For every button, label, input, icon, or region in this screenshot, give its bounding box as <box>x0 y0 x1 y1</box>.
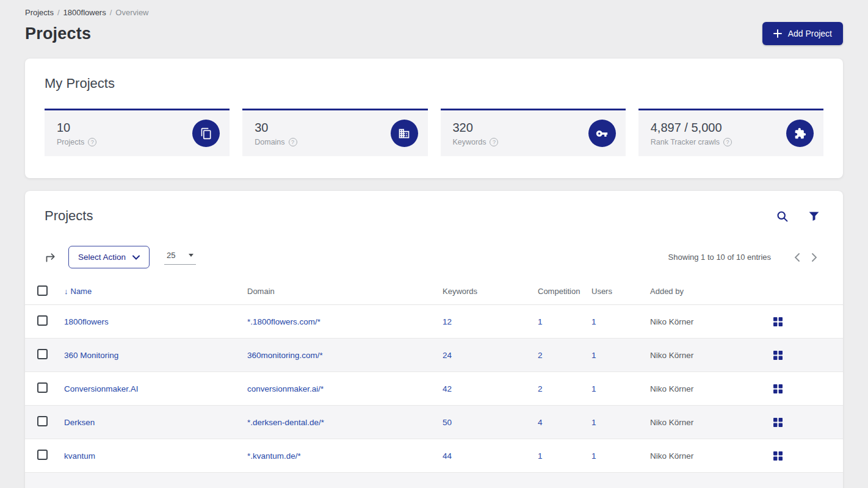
add-project-label: Add Project <box>788 29 832 38</box>
apps-grid-icon[interactable] <box>772 315 784 328</box>
project-name-link[interactable]: 360 Monitoring <box>64 351 247 360</box>
column-header-name[interactable]: Name <box>64 287 247 296</box>
project-name-link[interactable]: Conversionmaker.AI <box>64 384 247 393</box>
row-checkbox[interactable] <box>37 315 48 326</box>
stat-value: 4,897 / 5,000 <box>651 121 732 135</box>
column-header-domain[interactable]: Domain <box>247 287 443 296</box>
added-by: Niko Körner <box>650 418 772 427</box>
export-icon[interactable] <box>45 251 57 264</box>
users-count: 1 <box>591 351 650 360</box>
row-checkbox[interactable] <box>37 349 48 359</box>
page-title: Projects <box>25 24 91 43</box>
table-toolbar: Select Action 25 Showing 1 to 10 of 10 e… <box>25 246 843 268</box>
users-count: 1 <box>591 418 650 427</box>
page-header: Projects Add Project <box>25 22 843 45</box>
keywords-count: 24 <box>443 351 538 360</box>
table-row: Derksen *.derksen-dental.de/* 50 4 1 Nik… <box>25 406 843 439</box>
row-checkbox[interactable] <box>37 382 48 393</box>
competition-count: 1 <box>538 451 591 461</box>
column-header-users[interactable]: Users <box>591 287 650 296</box>
competition-count: 4 <box>538 418 591 427</box>
help-icon[interactable] <box>289 138 297 146</box>
table-row: 1800flowers *.1800flowers.com/* 12 1 1 N… <box>25 305 843 339</box>
breadcrumb: Projects / 1800flowers / Overview <box>25 8 843 17</box>
project-domain-link[interactable]: *.derksen-dental.de/* <box>247 418 443 427</box>
page-size-select[interactable]: 25 <box>164 249 196 265</box>
added-by: Niko Körner <box>650 384 772 393</box>
breadcrumb-projects[interactable]: Projects <box>25 8 54 17</box>
puzzle-icon <box>786 120 814 147</box>
project-domain-link[interactable]: *.kvantum.de/* <box>247 451 443 461</box>
my-projects-title: My Projects <box>45 76 823 92</box>
table-row: kvantum *.kvantum.de/* 44 1 1 Niko Körne… <box>25 439 843 473</box>
breadcrumb-separator: / <box>110 8 112 17</box>
filter-icon[interactable] <box>808 210 820 222</box>
my-projects-card: My Projects 10 Projects 30 Domains <box>25 59 843 178</box>
next-page-icon[interactable] <box>806 251 823 264</box>
key-icon <box>588 120 616 147</box>
prev-page-icon[interactable] <box>788 251 806 264</box>
projects-stack-icon <box>192 120 220 147</box>
project-name-link[interactable]: kvantum <box>64 451 247 461</box>
projects-table-header: Projects <box>25 208 843 224</box>
stat-projects-info: 10 Projects <box>57 121 96 146</box>
help-icon[interactable] <box>723 138 732 146</box>
keywords-count: 42 <box>443 384 538 393</box>
stat-value: 30 <box>255 121 297 135</box>
apps-grid-icon[interactable] <box>772 382 784 395</box>
search-icon[interactable] <box>776 210 789 223</box>
competition-count: 2 <box>538 384 591 393</box>
building-icon <box>391 120 418 147</box>
row-checkbox[interactable] <box>37 416 48 426</box>
table-row: 360 Monitoring 360monitoring.com/* 24 2 … <box>25 339 843 372</box>
table-row: Conversionmaker.AI conversionmaker.ai/* … <box>25 372 843 406</box>
column-header-keywords[interactable]: Keywords <box>443 287 538 296</box>
select-all-checkbox[interactable] <box>37 285 48 296</box>
project-domain-link[interactable]: 360monitoring.com/* <box>247 351 443 360</box>
keywords-count: 50 <box>443 418 538 427</box>
stats-row: 10 Projects 30 Domains 320 <box>45 109 823 156</box>
breadcrumb-1800flowers[interactable]: 1800flowers <box>63 8 106 17</box>
keywords-count: 44 <box>443 451 538 461</box>
table-header-row: Name Domain Keywords Competition Users A… <box>25 278 843 305</box>
apps-grid-icon[interactable] <box>772 349 784 362</box>
projects-table-title: Projects <box>45 208 93 224</box>
apps-grid-icon[interactable] <box>772 450 784 462</box>
keywords-count: 12 <box>443 317 538 326</box>
table-row-partial <box>25 473 843 488</box>
users-count: 1 <box>591 317 650 326</box>
stat-value: 10 <box>57 121 96 135</box>
apps-grid-icon[interactable] <box>772 416 784 429</box>
project-domain-link[interactable]: *.1800flowers.com/* <box>247 317 443 326</box>
help-icon[interactable] <box>88 138 96 146</box>
stat-label: Keywords <box>453 138 486 146</box>
sort-desc-icon <box>64 287 68 296</box>
page-size-value: 25 <box>167 251 175 260</box>
row-checkbox[interactable] <box>37 450 48 460</box>
plus-icon <box>773 29 782 38</box>
breadcrumb-overview: Overview <box>115 8 148 17</box>
stat-crawls-info: 4,897 / 5,000 Rank Tracker crawls <box>651 121 732 146</box>
help-icon[interactable] <box>490 138 498 146</box>
stat-domains: 30 Domains <box>242 109 427 156</box>
stat-projects: 10 Projects <box>45 109 230 156</box>
users-count: 1 <box>591 451 650 461</box>
select-action-label: Select Action <box>78 253 126 262</box>
competition-count: 1 <box>538 317 591 326</box>
column-header-competition[interactable]: Competition <box>538 287 591 296</box>
project-name-link[interactable]: 1800flowers <box>64 317 247 326</box>
add-project-button[interactable]: Add Project <box>762 22 843 45</box>
projects-table-card: Projects Select Action 25 <box>25 191 843 488</box>
column-header-added-by[interactable]: Added by <box>650 287 772 296</box>
project-name-link[interactable]: Derksen <box>64 418 247 427</box>
showing-entries-text: Showing 1 to 10 of 10 entries <box>668 253 771 262</box>
added-by: Niko Körner <box>650 351 772 360</box>
select-action-button[interactable]: Select Action <box>68 246 150 268</box>
stat-keywords: 320 Keywords <box>441 109 626 156</box>
project-domain-link[interactable]: conversionmaker.ai/* <box>247 384 443 393</box>
stat-value: 320 <box>453 121 499 135</box>
breadcrumb-separator: / <box>57 8 60 17</box>
users-count: 1 <box>591 384 650 393</box>
stat-rank-tracker-crawls: 4,897 / 5,000 Rank Tracker crawls <box>638 109 823 156</box>
stat-keywords-info: 320 Keywords <box>453 121 499 146</box>
